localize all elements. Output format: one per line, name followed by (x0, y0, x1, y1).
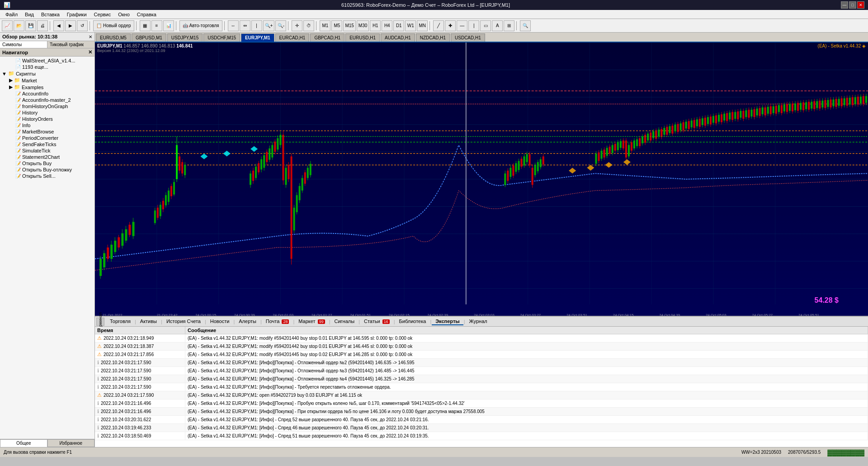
term-tab-signals[interactable]: Сигналы (331, 318, 359, 325)
tb-objects[interactable]: ⊞ (504, 20, 514, 31)
tb-d1[interactable]: D1 (393, 20, 404, 31)
nav-item-openbuy2[interactable]: 📝 Открыть Buy-отложку (0, 166, 94, 173)
menu-item-insert[interactable]: Вставка (38, 10, 63, 19)
chart-tab-nzdcadh1[interactable]: NZDCAD,H1 (416, 33, 450, 42)
nav-item-market-folder[interactable]: ▶ 📁 Market (0, 77, 94, 84)
term-tab-assets[interactable]: Активы (137, 318, 160, 325)
menu-item-charts[interactable]: Графики (63, 10, 90, 19)
menu-item-window[interactable]: Окно (114, 10, 133, 19)
menu-item-help[interactable]: Справка (133, 10, 160, 19)
chart-tab-eurusdh1[interactable]: EURUSD,H1 (345, 33, 380, 42)
chart-tab-usdcadh1[interactable]: USDCAD,H1 (451, 33, 485, 42)
nav-item-historyorders[interactable]: 📝 HistoryOrders (0, 116, 94, 122)
nav-item-openbuy[interactable]: 📝 Открыть Buy (0, 160, 94, 166)
tb-text[interactable]: A (492, 20, 503, 31)
market-overview-close[interactable]: ✕ (89, 34, 92, 39)
tb-chart-type3[interactable]: 📊 (163, 20, 174, 31)
chart-tab-eurjpym1[interactable]: EURJPY,M1 (241, 33, 274, 42)
chart-tab-audcadh1[interactable]: AUDCAD,H1 (381, 33, 415, 42)
term-tab-experts[interactable]: Эксперты (432, 318, 463, 325)
tb-chart-arrow[interactable]: ↔ (228, 20, 239, 31)
nav-item-history[interactable]: 📝 History (0, 109, 94, 116)
term-tab-trading[interactable]: Торговля (106, 318, 134, 325)
tb-auto-trade[interactable]: 🤖 Авто-торговля (179, 20, 222, 31)
nav-tab-general[interactable]: Общее (0, 439, 47, 447)
tb-m15[interactable]: M15 (343, 20, 355, 31)
tb-search[interactable]: 🔍 (520, 20, 531, 31)
expand-icon2: ▶ (9, 77, 13, 83)
maximize-btn[interactable]: □ (849, 1, 856, 9)
nav-item-examples[interactable]: ▶ 📁 Examples (0, 84, 94, 90)
chart-tab-gbpusdm1[interactable]: GBPUSD,M1 (132, 33, 166, 42)
market-tab-tick[interactable]: Тиковый график (47, 41, 94, 48)
market-tab-symbols[interactable]: Символы (0, 41, 47, 48)
tb-draw-cross[interactable]: ✚ (445, 20, 456, 31)
tb-save[interactable]: 💾 (25, 20, 36, 31)
tb-h1[interactable]: H1 (370, 20, 381, 31)
close-btn[interactable]: ✕ (857, 1, 864, 9)
menu-item-view[interactable]: Вид (21, 10, 38, 19)
term-tab-library[interactable]: Библиотека (396, 318, 430, 325)
tb-m30[interactable]: M30 (357, 20, 369, 31)
nav-item-scripts[interactable]: ▼ 📁 Скрипты (0, 70, 94, 77)
tb-period-sep[interactable]: | (251, 20, 262, 31)
tab-sep5: | (260, 319, 262, 324)
tb-chart-type2[interactable]: ≡ (151, 20, 162, 31)
nav-item-opensell[interactable]: 📝 Открыть Sell... (0, 173, 94, 179)
nav-item-info[interactable]: 📝 Info (0, 122, 94, 128)
tb-chart-type1[interactable]: ▦ (140, 20, 151, 31)
chart-tab-usdchfm15[interactable]: USDCHF,M15 (203, 33, 240, 42)
term-tab-market[interactable]: Маркет 99 (295, 318, 328, 325)
menu-item-file[interactable]: Файл (2, 10, 21, 19)
chart-tab-eurcadh1[interactable]: EURCAD,H1 (275, 33, 310, 42)
term-tab-news[interactable]: Новости (207, 318, 233, 325)
nav-item-fromhistory[interactable]: 📝 fromHistoryOnGraph (0, 103, 94, 109)
nav-close[interactable]: ✕ (88, 49, 92, 55)
tb-zoom-out[interactable]: 🔍- (275, 20, 286, 31)
tb-draw-vline[interactable]: | (468, 20, 479, 31)
term-tab-alerts[interactable]: Алерты (235, 318, 260, 325)
nav-item-sendfaketicks[interactable]: 📝 SendFakeTicks (0, 141, 94, 147)
tb-new-order[interactable]: 📋 Новый ордер (93, 20, 134, 31)
tb-period[interactable]: ⏱ (303, 20, 314, 31)
tb-crosshair[interactable]: ✛ (292, 20, 302, 31)
minimize-btn[interactable]: — (841, 1, 848, 9)
vertical-terminal-label[interactable]: Терминал (96, 318, 104, 326)
tb-zoom-in[interactable]: 🔍+ (263, 20, 275, 31)
tb-fwd[interactable]: ▶ (65, 20, 76, 31)
term-tab-mail[interactable]: Почта 28 (262, 318, 293, 325)
tb-chart-scroll[interactable]: ⇔ (240, 20, 250, 31)
menu-item-service[interactable]: Сервис (90, 10, 115, 19)
chart-area[interactable]: EURJPY,M1 146.857 146.890 146.813 146.84… (95, 43, 868, 316)
nav-item-more[interactable]: 📄 1193 еще... (0, 64, 94, 70)
chart-tab-usdjpym15[interactable]: USDJPY,M15 (167, 33, 203, 42)
nav-item-simulatetick[interactable]: 📝 SimulateTick (0, 147, 94, 154)
tb-back[interactable]: ◀ (53, 20, 64, 31)
chart-tab-gbpcadh1[interactable]: GBPCAD,H1 (310, 33, 344, 42)
tb-h4[interactable]: H4 (382, 20, 392, 31)
chart-tab-eurusdm5[interactable]: EURUSD,M5 (96, 33, 131, 42)
expand-icon: ▼ (2, 71, 7, 76)
tb-open[interactable]: 📂 (14, 20, 24, 31)
tb-w1[interactable]: W1 (405, 20, 416, 31)
tb-mn[interactable]: MN (417, 20, 428, 31)
log-header: Время Сообщение (95, 327, 868, 334)
nav-item-wallstreet[interactable]: 📄 WallStreet_ASIA_v1.4... (0, 57, 94, 64)
nav-item-accountinfo[interactable]: 📝 AccountInfo (0, 90, 94, 97)
tb-draw-hline[interactable]: — (457, 20, 467, 31)
term-tab-articles[interactable]: Статьи 16 (360, 318, 393, 325)
tb-draw-line[interactable]: ╱ (433, 20, 444, 31)
term-tab-journal[interactable]: Журнал (466, 318, 491, 325)
nav-item-statement2chart[interactable]: 📝 Statement2Chart (0, 154, 94, 160)
tb-draw-rect[interactable]: ▭ (480, 20, 491, 31)
nav-tab-favorites[interactable]: Избранное (47, 439, 95, 447)
nav-item-marketbrowse[interactable]: 📝 MarketBrowse (0, 128, 94, 135)
tb-print[interactable]: 🖨 (37, 20, 48, 31)
nav-item-accountinfo2[interactable]: 📝 AccountInfo-master_2 (0, 97, 94, 103)
nav-item-periodconverter[interactable]: 📝 PeriodConverter (0, 135, 94, 141)
term-tab-account-history[interactable]: История Счета (163, 318, 204, 325)
tb-m5[interactable]: M5 (331, 20, 342, 31)
tb-refresh[interactable]: ↺ (77, 20, 88, 31)
tb-m1[interactable]: M1 (320, 20, 330, 31)
tb-new-chart[interactable]: 📈 (2, 20, 13, 31)
